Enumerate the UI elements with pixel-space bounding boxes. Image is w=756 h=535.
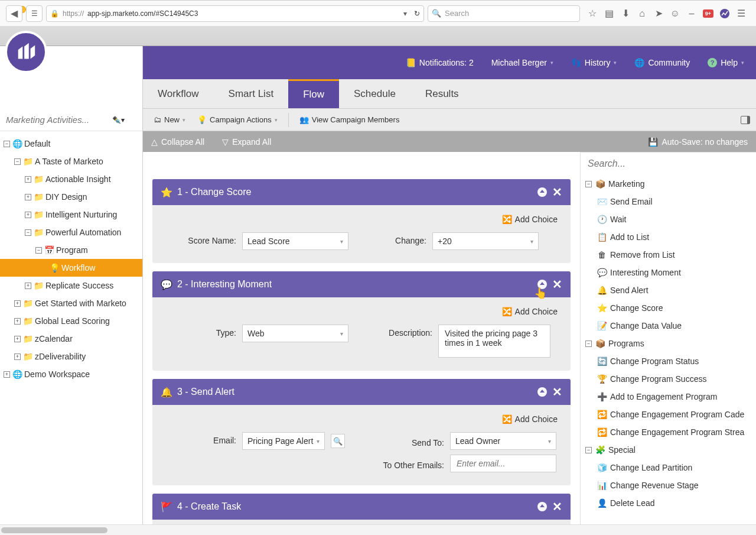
item-change-program-success[interactable]: 🏆Change Program Success [581, 370, 756, 388]
item-delete-lead[interactable]: 👤Delete Lead [581, 494, 756, 512]
tree-workflow-selected[interactable]: 💡Workflow [0, 259, 142, 277]
lastpass-badge[interactable]: 9+ [703, 9, 713, 18]
add-choice-button[interactable]: 🔀Add Choice [165, 307, 558, 325]
expand-toggle[interactable]: + [25, 176, 31, 183]
tree-zcal[interactable]: +📁zCalendar [0, 330, 142, 348]
item-change-engagement-stream[interactable]: 🔁Change Engagement Program Strea [581, 423, 756, 441]
url-field[interactable]: 🔒 https://app-sjp.marketo.com/#SC14945C3… [46, 5, 424, 22]
tree-ai[interactable]: +📁Actionable Insight [0, 170, 142, 188]
flow-header[interactable]: 🔔 3 - Send Alert ✕ [152, 379, 571, 405]
type-dropdown[interactable]: Web [242, 325, 348, 342]
tree-rs[interactable]: +📁Replicate Success [0, 277, 142, 294]
palette-search-input[interactable] [588, 158, 749, 169]
home-icon[interactable]: ⌂ [637, 8, 647, 19]
downloads-icon[interactable]: ⬇ [620, 8, 631, 19]
item-change-score[interactable]: ⭐Change Score [581, 299, 756, 317]
item-change-lead-partition[interactable]: 🧊Change Lead Partition [581, 459, 756, 476]
collapse-all-button[interactable]: △ Collapse All [151, 137, 204, 147]
tree-pa[interactable]: −📁Powerful Automation [0, 223, 142, 241]
collapse-toggle[interactable]: − [35, 247, 42, 254]
flow-header[interactable]: 💬 2 - Interesting Moment ✕ [152, 271, 571, 297]
item-add-engagement[interactable]: ➕Add to Engagement Program [581, 388, 756, 406]
expand-toggle[interactable]: + [25, 283, 31, 289]
cat-marketing[interactable]: −📦Marketing [581, 175, 756, 193]
expand-toggle[interactable]: + [4, 371, 10, 378]
move-up-icon[interactable] [537, 187, 548, 197]
item-change-engagement-cadence[interactable]: 🔁Change Engagement Program Cade [581, 406, 756, 423]
collapse-toggle[interactable]: − [585, 181, 592, 187]
add-choice-button[interactable]: 🔀Add Choice [165, 215, 558, 232]
bookmark-icon[interactable]: ☆ [587, 8, 598, 19]
history-menu[interactable]: 👣 History [571, 58, 617, 67]
tab-schedule[interactable]: Schedule [339, 79, 410, 108]
campaign-actions-button[interactable]: 💡 Campaign Actions [193, 113, 282, 127]
cat-programs[interactable]: −📦Programs [581, 335, 756, 352]
help-menu[interactable]: ? Help [708, 58, 744, 67]
item-change-revenue-stage[interactable]: 📊Change Revenue Stage [581, 476, 756, 494]
tab-flow[interactable]: Flow [288, 79, 339, 108]
preview-email-icon[interactable]: 🔍 [331, 434, 345, 448]
smile-icon[interactable]: ☺ [670, 8, 680, 19]
move-up-icon[interactable] [537, 501, 548, 512]
notifications-link[interactable]: 📒 Notifications: 2 [406, 58, 474, 67]
tree-default[interactable]: −🌐Default [0, 135, 142, 153]
item-send-alert[interactable]: 🔔Send Alert [581, 281, 756, 299]
item-change-program-status[interactable]: 🔄Change Program Status [581, 352, 756, 370]
description-field[interactable]: Visited the pricing page 3 times in 1 we… [438, 325, 550, 358]
expand-toggle[interactable]: + [14, 318, 21, 325]
move-up-icon[interactable] [537, 279, 548, 290]
tree-demo[interactable]: +🌐Demo Workspace [0, 365, 142, 383]
identity-button[interactable]: ☰ [26, 5, 43, 22]
move-up-icon[interactable] [537, 387, 548, 397]
collapse-toggle[interactable]: − [4, 141, 10, 147]
panel-toggle-icon[interactable] [741, 116, 750, 124]
filter-icon[interactable]: ✒️▾ [112, 116, 125, 124]
flow-header[interactable]: 🚩 4 - Create Task ✕ [152, 494, 571, 520]
delete-icon[interactable]: ✕ [552, 277, 562, 291]
delete-icon[interactable]: ✕ [552, 385, 562, 399]
back-button[interactable]: ◀ [6, 5, 22, 22]
delete-icon[interactable]: ✕ [552, 500, 562, 514]
reader-icon[interactable]: ▤ [604, 8, 614, 19]
flow-header[interactable]: ⭐ 1 - Change Score ✕ [152, 179, 571, 205]
tree-gls[interactable]: +📁Global Lead Scoring [0, 312, 142, 330]
tab-smartlist[interactable]: Smart List [214, 79, 289, 108]
item-interesting-moment[interactable]: 💬Interesting Moment [581, 264, 756, 281]
email-dropdown[interactable]: Pricing Page Alert [242, 432, 325, 450]
dash-icon[interactable]: – [686, 8, 697, 19]
marketo-ext-icon[interactable] [719, 9, 730, 18]
left-search-input[interactable] [6, 115, 112, 125]
collapse-toggle[interactable]: − [585, 447, 592, 453]
marketo-logo[interactable] [5, 31, 47, 73]
community-link[interactable]: 🌐 Community [634, 58, 690, 67]
item-wait[interactable]: 🕐Wait [581, 210, 756, 228]
expand-all-button[interactable]: ▽ Expand All [222, 137, 271, 147]
tree-zdel[interactable]: +📁zDeliverability [0, 348, 142, 365]
cat-special[interactable]: −🧩Special [581, 441, 756, 459]
item-remove-list[interactable]: 🗑Remove from List [581, 246, 756, 264]
tree-diy[interactable]: +📁DIY Design [0, 188, 142, 206]
tree-program[interactable]: −📅Program [0, 241, 142, 259]
expand-toggle[interactable]: + [14, 336, 21, 342]
user-menu[interactable]: Michael Berger [491, 58, 553, 67]
sendto-dropdown[interactable]: Lead Owner [450, 432, 556, 450]
tab-results[interactable]: Results [410, 79, 474, 108]
other-emails-input[interactable] [450, 455, 556, 472]
scroll-thumb[interactable] [1, 527, 107, 533]
item-add-list[interactable]: 📋Add to List [581, 228, 756, 246]
tab-workflow[interactable]: Workflow [143, 79, 214, 108]
expand-toggle[interactable]: + [14, 300, 21, 307]
dropdown-history-icon[interactable]: ▾ [403, 9, 410, 18]
collapse-toggle[interactable]: − [25, 229, 31, 236]
view-members-button[interactable]: 👥 View Campaign Members [295, 113, 405, 127]
horizontal-scrollbar[interactable] [0, 524, 756, 535]
tree-gs[interactable]: +📁Get Started with Marketo [0, 294, 142, 312]
tree-in[interactable]: +📁Intelligent Nurturing [0, 206, 142, 223]
collapse-toggle[interactable]: − [585, 341, 592, 347]
send-icon[interactable]: ➤ [653, 8, 664, 19]
delete-icon[interactable]: ✕ [552, 185, 562, 199]
item-send-email[interactable]: ✉️Send Email [581, 193, 756, 210]
menu-icon[interactable]: ☰ [736, 8, 747, 19]
item-change-data-value[interactable]: 📝Change Data Value [581, 317, 756, 335]
reload-icon[interactable]: ↻ [414, 9, 420, 18]
